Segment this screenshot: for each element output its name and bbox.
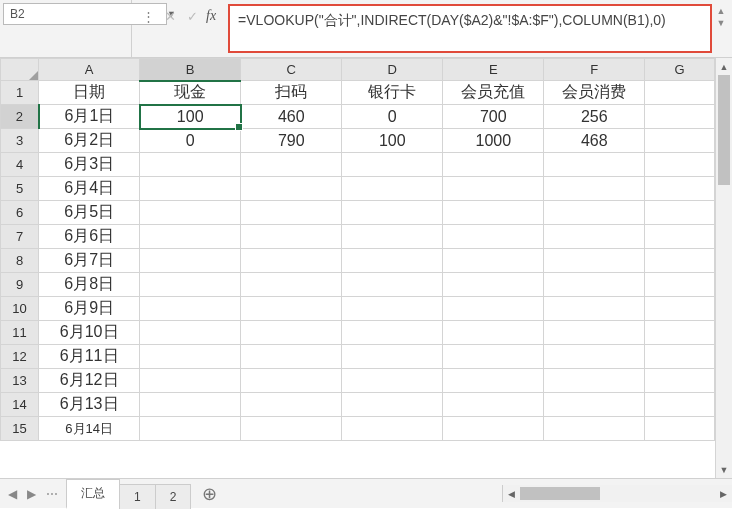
cell[interactable] xyxy=(241,321,342,345)
cell[interactable] xyxy=(645,249,715,273)
fx-icon[interactable]: fx xyxy=(206,8,216,24)
cell[interactable] xyxy=(544,369,645,393)
cell[interactable]: 6月7日 xyxy=(39,249,140,273)
spreadsheet-grid[interactable]: A B C D E F G 1 日期 现金 扫码 银行卡 会员充值 会员消费 xyxy=(0,58,715,441)
cell[interactable] xyxy=(140,345,241,369)
vertical-scrollbar[interactable]: ▲ ▼ xyxy=(715,58,732,478)
cell[interactable] xyxy=(140,249,241,273)
cell[interactable]: 6月1日 xyxy=(39,105,140,129)
cell[interactable] xyxy=(342,153,443,177)
cell[interactable]: 6月13日 xyxy=(39,393,140,417)
cell[interactable] xyxy=(544,201,645,225)
select-all-corner[interactable] xyxy=(1,59,39,81)
cell[interactable] xyxy=(241,369,342,393)
cell[interactable]: 6月5日 xyxy=(39,201,140,225)
cell[interactable] xyxy=(645,225,715,249)
row-header[interactable]: 2 xyxy=(1,105,39,129)
scroll-down-icon[interactable]: ▼ xyxy=(716,461,732,478)
row-header[interactable]: 4 xyxy=(1,153,39,177)
horizontal-scrollbar[interactable]: ◀ ▶ xyxy=(502,485,732,502)
cell[interactable] xyxy=(241,177,342,201)
cell[interactable] xyxy=(140,225,241,249)
cell[interactable] xyxy=(645,297,715,321)
cell[interactable] xyxy=(140,201,241,225)
row-header[interactable]: 8 xyxy=(1,249,39,273)
cell[interactable] xyxy=(140,153,241,177)
cell[interactable] xyxy=(443,153,544,177)
cell[interactable] xyxy=(544,321,645,345)
cell[interactable] xyxy=(241,345,342,369)
cell[interactable] xyxy=(443,249,544,273)
cancel-icon[interactable]: ✕ xyxy=(162,8,178,24)
col-header[interactable]: A xyxy=(39,59,140,81)
cell[interactable] xyxy=(140,273,241,297)
formula-collapse-down-icon[interactable]: ▼ xyxy=(717,18,726,28)
cell[interactable] xyxy=(544,417,645,441)
cell[interactable]: 6月4日 xyxy=(39,177,140,201)
cell[interactable]: 6月14日 xyxy=(39,417,140,441)
cell[interactable] xyxy=(443,177,544,201)
row-header[interactable]: 6 xyxy=(1,201,39,225)
cell[interactable] xyxy=(241,393,342,417)
sheet-nav-next-icon[interactable]: ▶ xyxy=(27,487,36,501)
cell[interactable] xyxy=(645,177,715,201)
cell[interactable]: 256 xyxy=(544,105,645,129)
cell-selected[interactable]: 100 xyxy=(140,105,241,129)
expand-refs-icon[interactable]: ⋮ xyxy=(140,8,156,24)
cell[interactable] xyxy=(443,273,544,297)
cell[interactable] xyxy=(645,345,715,369)
row-header[interactable]: 7 xyxy=(1,225,39,249)
formula-collapse-up-icon[interactable]: ▲ xyxy=(717,6,726,16)
cell[interactable] xyxy=(645,417,715,441)
add-sheet-button[interactable]: ⊕ xyxy=(190,479,229,508)
cell[interactable] xyxy=(544,345,645,369)
cell[interactable] xyxy=(544,249,645,273)
cell[interactable] xyxy=(443,297,544,321)
cell[interactable] xyxy=(443,321,544,345)
cell[interactable] xyxy=(544,273,645,297)
col-header[interactable]: E xyxy=(443,59,544,81)
cell[interactable]: 6月3日 xyxy=(39,153,140,177)
row-header[interactable]: 14 xyxy=(1,393,39,417)
cell[interactable] xyxy=(544,225,645,249)
col-header[interactable]: B xyxy=(140,59,241,81)
row-header[interactable]: 5 xyxy=(1,177,39,201)
cell[interactable] xyxy=(241,153,342,177)
cell[interactable]: 6月8日 xyxy=(39,273,140,297)
cell[interactable]: 0 xyxy=(342,105,443,129)
scroll-thumb[interactable] xyxy=(520,487,600,500)
enter-icon[interactable]: ✓ xyxy=(184,8,200,24)
sheet-tab[interactable]: 汇总 xyxy=(66,479,120,509)
scroll-left-icon[interactable]: ◀ xyxy=(503,485,520,502)
cell[interactable] xyxy=(241,225,342,249)
scroll-up-icon[interactable]: ▲ xyxy=(716,58,732,75)
cell[interactable] xyxy=(645,153,715,177)
cell[interactable] xyxy=(645,81,715,105)
cell[interactable]: 460 xyxy=(241,105,342,129)
cell[interactable] xyxy=(645,393,715,417)
cell[interactable]: 银行卡 xyxy=(342,81,443,105)
cell[interactable] xyxy=(342,321,443,345)
cell[interactable] xyxy=(645,129,715,153)
cell[interactable] xyxy=(544,153,645,177)
cell[interactable]: 0 xyxy=(140,129,241,153)
cell[interactable]: 790 xyxy=(241,129,342,153)
cell[interactable]: 6月9日 xyxy=(39,297,140,321)
cell[interactable] xyxy=(140,321,241,345)
cell[interactable] xyxy=(645,201,715,225)
cell[interactable] xyxy=(342,345,443,369)
cell[interactable] xyxy=(140,369,241,393)
cell[interactable]: 6月6日 xyxy=(39,225,140,249)
row-header[interactable]: 13 xyxy=(1,369,39,393)
cell[interactable] xyxy=(241,249,342,273)
cell[interactable]: 100 xyxy=(342,129,443,153)
row-header[interactable]: 15 xyxy=(1,417,39,441)
cell[interactable] xyxy=(645,321,715,345)
cell[interactable] xyxy=(140,297,241,321)
scroll-right-icon[interactable]: ▶ xyxy=(715,485,732,502)
sheet-nav-more-icon[interactable]: ⋯ xyxy=(46,487,58,501)
cell[interactable] xyxy=(443,225,544,249)
cell[interactable] xyxy=(443,417,544,441)
cell[interactable] xyxy=(342,201,443,225)
cell[interactable]: 6月10日 xyxy=(39,321,140,345)
